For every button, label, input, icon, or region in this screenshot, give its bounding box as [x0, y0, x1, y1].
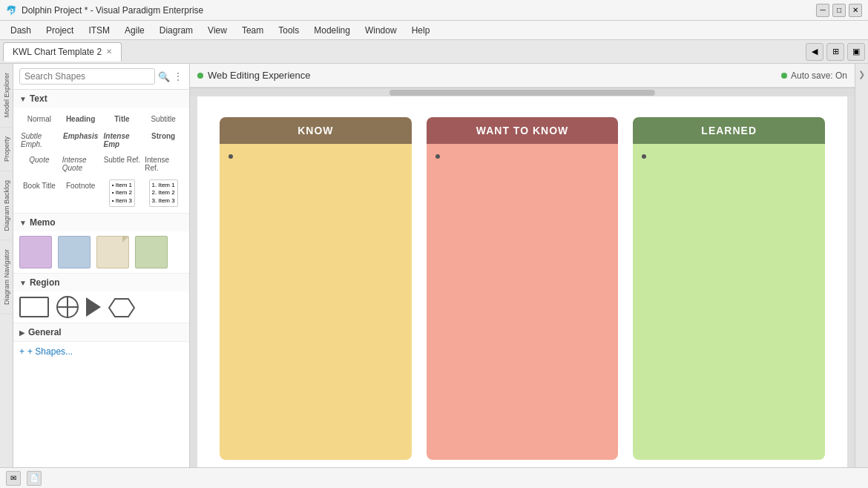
memo-arrow-icon: ▼	[19, 219, 27, 227]
list2-preview: 1. Item 12. Item 23. Item 3	[149, 179, 178, 207]
mail-icon[interactable]: ✉	[6, 471, 21, 486]
tab-back-button[interactable]: ◀	[806, 43, 823, 61]
menu-tools[interactable]: Tools	[271, 22, 306, 39]
diagram-name: Web Editing Experience	[208, 70, 311, 81]
kwl-want-column[interactable]: WANT TO KNOW	[427, 117, 619, 460]
text-intense-quote-item[interactable]: Intense Quote	[61, 153, 101, 174]
sidebar-search-area: 🔍 ⋮	[13, 64, 189, 90]
region-circle-shape[interactable]	[56, 296, 79, 318]
right-sidebar: ❯	[855, 64, 868, 467]
autosave-dot	[781, 73, 787, 79]
kwl-want-header: WANT TO KNOW	[427, 117, 619, 144]
right-collapse-icon[interactable]: ❯	[857, 64, 867, 85]
subtle-emp-preview: Subtle Emph.	[21, 132, 58, 148]
memo-green-item[interactable]	[135, 236, 168, 268]
intense-quote-preview: Intense Quote	[62, 156, 99, 172]
text-normal-item[interactable]: Normal	[19, 112, 59, 125]
memo-section-header[interactable]: ▼ Memo	[13, 214, 189, 231]
canvas[interactable]: KNOW WANT TO KNOW LEARNED	[190, 88, 855, 467]
list2-item[interactable]: 1. Item 12. Item 23. Item 3	[143, 178, 183, 208]
autosave-area: Auto save: On	[781, 70, 847, 81]
tab-grid-button[interactable]: ⊞	[826, 43, 844, 61]
general-section-header[interactable]: ▶ General	[13, 323, 189, 341]
tab-close-icon[interactable]: ✕	[106, 47, 112, 56]
close-button[interactable]: ✕	[849, 4, 862, 17]
minimize-button[interactable]: ─	[816, 4, 829, 17]
text-grid-row3: Quote Intense Quote Subtle Ref. Intense …	[13, 153, 189, 178]
sidebar-item-diagram-backlog[interactable]: Diagram Backlog	[0, 171, 13, 241]
text-emphasis-item[interactable]: Emphasis	[61, 129, 101, 150]
list1-preview: • Item 1• Item 2• Item 3	[109, 179, 135, 207]
text-heading-item[interactable]: Heading	[61, 112, 101, 125]
sidebar-item-property[interactable]: Property	[0, 128, 13, 171]
title-bar: 🐬 Dolphin Project * - Visual Paradigm En…	[0, 0, 868, 21]
memo-paper-item[interactable]	[96, 236, 129, 268]
menu-itsm[interactable]: ITSM	[81, 22, 117, 39]
status-bar: ✉ 📄	[0, 467, 868, 488]
tab-label: KWL Chart Template 2	[13, 47, 102, 57]
document-icon[interactable]: 📄	[27, 471, 42, 486]
text-intense-ref-item[interactable]: Intense Ref.	[143, 153, 183, 174]
tab-kwl-chart[interactable]: KWL Chart Template 2 ✕	[3, 42, 122, 62]
menu-agile[interactable]: Agile	[117, 22, 152, 39]
diagram-backlog-label: Diagram Backlog	[3, 180, 10, 231]
search-input[interactable]	[19, 68, 155, 85]
menu-window[interactable]: Window	[358, 22, 404, 39]
intense-ref-preview: Intense Ref.	[145, 156, 182, 172]
text-subtle-emphasis-item[interactable]: Subtle Emph.	[19, 129, 59, 150]
window-controls: ─ □ ✕	[816, 4, 862, 17]
memo-purple-item[interactable]	[19, 236, 52, 268]
diagram-area: Web Editing Experience Auto save: On KNO…	[190, 64, 855, 467]
menu-view[interactable]: View	[200, 22, 234, 39]
text-strong-item[interactable]: Strong	[143, 129, 183, 150]
menu-project[interactable]: Project	[39, 22, 81, 39]
memo-blue-item[interactable]	[58, 236, 91, 268]
region-triangle-shape[interactable]	[86, 297, 101, 317]
kwl-learned-column[interactable]: LEARNED	[633, 117, 825, 460]
scrollbar-thumb[interactable]	[389, 90, 655, 96]
footnote-item[interactable]: Footnote	[61, 178, 101, 208]
text-grid-row1: Normal Heading Title Subtitle	[13, 108, 189, 129]
more-options-icon[interactable]: ⋮	[173, 70, 183, 82]
menu-dash[interactable]: Dash	[3, 22, 39, 39]
maximize-button[interactable]: □	[832, 4, 846, 17]
sidebar-item-model-explorer[interactable]: Model Explorer	[0, 64, 13, 128]
text-subtitle-item[interactable]: Subtitle	[143, 112, 183, 125]
region-rect-shape[interactable]	[19, 297, 49, 317]
menu-modeling[interactable]: Modeling	[306, 22, 358, 39]
kwl-learned-bullet	[642, 154, 646, 159]
diagram-status-dot	[197, 73, 203, 79]
memo-grid	[13, 231, 189, 273]
text-title-preview: Title	[114, 115, 129, 123]
text-section: ▼ Text Normal Heading Title Subtitle	[13, 90, 189, 214]
footnote-preview: Footnote	[66, 181, 95, 191]
region-hexagon-shape[interactable]	[108, 297, 135, 317]
general-arrow-icon: ▶	[19, 329, 25, 337]
menu-diagram[interactable]: Diagram	[152, 22, 200, 39]
emp-preview: Emphasis	[63, 132, 98, 140]
tab-bar-actions: ◀ ⊞ ▣	[806, 43, 865, 61]
tab-layout-button[interactable]: ▣	[847, 43, 865, 61]
book-title-item[interactable]: Book Title	[19, 178, 59, 208]
menu-team[interactable]: Team	[234, 22, 271, 39]
text-quote-item[interactable]: Quote	[19, 153, 59, 174]
app-icon: 🐬	[6, 5, 17, 16]
menu-help[interactable]: Help	[404, 22, 438, 39]
region-section-header[interactable]: ▼ Region	[13, 274, 189, 291]
text-subtitle-preview: Subtitle	[151, 115, 175, 123]
canvas-scrollbar[interactable]	[190, 88, 855, 96]
text-title-item[interactable]: Title	[102, 112, 142, 125]
diagram-navigator-label: Diagram Navigator	[3, 249, 10, 305]
shapes-button[interactable]: + + Shapes...	[13, 342, 189, 361]
kwl-want-bullet	[435, 154, 440, 159]
list1-item[interactable]: • Item 1• Item 2• Item 3	[102, 178, 142, 208]
general-section: ▶ General	[13, 323, 189, 342]
general-section-title: General	[28, 327, 62, 337]
sidebar-item-diagram-navigator[interactable]: Diagram Navigator	[0, 240, 13, 314]
text-intense-emp-item[interactable]: Intense Emp	[102, 129, 142, 150]
text-grid-row4: Book Title Footnote • Item 1• Item 2• It…	[13, 178, 189, 213]
text-section-header[interactable]: ▼ Text	[13, 90, 189, 108]
diagram-toolbar: Web Editing Experience Auto save: On	[190, 64, 855, 88]
text-subtle-ref-item[interactable]: Subtle Ref.	[102, 153, 142, 174]
kwl-know-column[interactable]: KNOW	[220, 117, 412, 460]
